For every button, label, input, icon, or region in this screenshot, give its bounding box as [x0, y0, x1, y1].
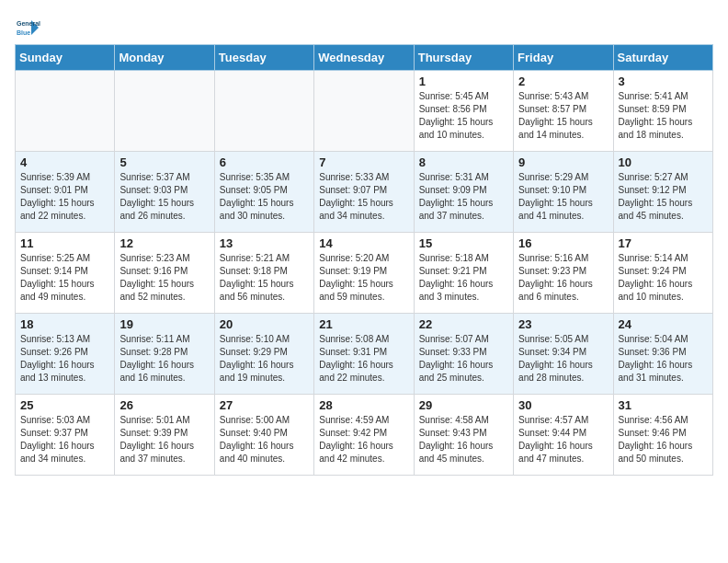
weekday-header: Tuesday: [214, 45, 313, 71]
day-info: Sunrise: 4:58 AM Sunset: 9:43 PM Dayligh…: [419, 414, 508, 465]
day-info: Sunrise: 5:08 AM Sunset: 9:31 PM Dayligh…: [319, 333, 408, 385]
day-number: 18: [20, 317, 109, 331]
day-number: 25: [20, 398, 109, 412]
weekday-header: Monday: [115, 45, 214, 71]
logo-icon: General Blue: [15, 15, 40, 40]
calendar-cell: [314, 71, 414, 152]
day-number: 9: [518, 155, 608, 169]
calendar-week-row: 25Sunrise: 5:03 AM Sunset: 9:37 PM Dayli…: [16, 395, 713, 476]
calendar-cell: 4Sunrise: 5:39 AM Sunset: 9:01 PM Daylig…: [16, 152, 115, 233]
day-number: 21: [319, 317, 408, 331]
calendar-cell: 7Sunrise: 5:33 AM Sunset: 9:07 PM Daylig…: [314, 152, 414, 233]
day-info: Sunrise: 5:03 AM Sunset: 9:37 PM Dayligh…: [20, 414, 109, 465]
svg-text:Blue: Blue: [17, 29, 30, 36]
weekday-header: Sunday: [16, 45, 115, 71]
weekday-header: Wednesday: [314, 45, 414, 71]
day-number: 28: [319, 398, 408, 412]
day-info: Sunrise: 5:33 AM Sunset: 9:07 PM Dayligh…: [319, 171, 408, 223]
day-number: 22: [419, 317, 508, 331]
calendar-cell: 23Sunrise: 5:05 AM Sunset: 9:34 PM Dayli…: [514, 314, 613, 395]
calendar-cell: 5Sunrise: 5:37 AM Sunset: 9:03 PM Daylig…: [115, 152, 214, 233]
page-header: General Blue: [15, 15, 713, 40]
calendar-cell: 14Sunrise: 5:20 AM Sunset: 9:19 PM Dayli…: [314, 233, 414, 314]
calendar-cell: 21Sunrise: 5:08 AM Sunset: 9:31 PM Dayli…: [314, 314, 414, 395]
day-number: 16: [518, 236, 608, 250]
day-number: 30: [518, 398, 608, 412]
day-info: Sunrise: 5:43 AM Sunset: 8:57 PM Dayligh…: [518, 90, 608, 142]
calendar-week-row: 11Sunrise: 5:25 AM Sunset: 9:14 PM Dayli…: [16, 233, 713, 314]
calendar-cell: 1Sunrise: 5:45 AM Sunset: 8:56 PM Daylig…: [414, 71, 513, 152]
calendar-week-row: 4Sunrise: 5:39 AM Sunset: 9:01 PM Daylig…: [16, 152, 713, 233]
day-info: Sunrise: 5:20 AM Sunset: 9:19 PM Dayligh…: [319, 252, 408, 304]
calendar-week-row: 18Sunrise: 5:13 AM Sunset: 9:26 PM Dayli…: [16, 314, 713, 395]
calendar-cell: 16Sunrise: 5:16 AM Sunset: 9:23 PM Dayli…: [514, 233, 613, 314]
logo: General Blue: [15, 15, 40, 40]
day-number: 24: [619, 317, 708, 331]
day-number: 8: [419, 155, 508, 169]
day-number: 5: [119, 155, 209, 169]
calendar-cell: 26Sunrise: 5:01 AM Sunset: 9:39 PM Dayli…: [115, 395, 214, 476]
calendar-cell: 19Sunrise: 5:11 AM Sunset: 9:28 PM Dayli…: [115, 314, 214, 395]
day-info: Sunrise: 5:00 AM Sunset: 9:40 PM Dayligh…: [220, 414, 309, 465]
calendar-cell: 27Sunrise: 5:00 AM Sunset: 9:40 PM Dayli…: [214, 395, 313, 476]
day-number: 31: [619, 398, 708, 412]
day-info: Sunrise: 5:23 AM Sunset: 9:16 PM Dayligh…: [119, 252, 209, 304]
calendar-cell: 13Sunrise: 5:21 AM Sunset: 9:18 PM Dayli…: [214, 233, 313, 314]
day-number: 11: [20, 236, 109, 250]
calendar-cell: 31Sunrise: 4:56 AM Sunset: 9:46 PM Dayli…: [613, 395, 712, 476]
calendar-cell: 10Sunrise: 5:27 AM Sunset: 9:12 PM Dayli…: [613, 152, 712, 233]
calendar-cell: 2Sunrise: 5:43 AM Sunset: 8:57 PM Daylig…: [514, 71, 613, 152]
calendar-cell: 17Sunrise: 5:14 AM Sunset: 9:24 PM Dayli…: [613, 233, 712, 314]
calendar-cell: 30Sunrise: 4:57 AM Sunset: 9:44 PM Dayli…: [514, 395, 613, 476]
calendar-cell: 6Sunrise: 5:35 AM Sunset: 9:05 PM Daylig…: [214, 152, 313, 233]
day-number: 14: [319, 236, 408, 250]
day-info: Sunrise: 5:10 AM Sunset: 9:29 PM Dayligh…: [220, 333, 309, 385]
day-info: Sunrise: 5:25 AM Sunset: 9:14 PM Dayligh…: [20, 252, 109, 304]
day-number: 7: [319, 155, 408, 169]
day-info: Sunrise: 5:27 AM Sunset: 9:12 PM Dayligh…: [619, 171, 708, 223]
day-number: 4: [20, 155, 109, 169]
day-info: Sunrise: 4:59 AM Sunset: 9:42 PM Dayligh…: [319, 414, 408, 465]
weekday-header: Thursday: [414, 45, 513, 71]
calendar-cell: 8Sunrise: 5:31 AM Sunset: 9:09 PM Daylig…: [414, 152, 513, 233]
calendar-cell: [214, 71, 313, 152]
weekday-header: Saturday: [613, 45, 712, 71]
day-info: Sunrise: 5:29 AM Sunset: 9:10 PM Dayligh…: [518, 171, 608, 223]
calendar-cell: 25Sunrise: 5:03 AM Sunset: 9:37 PM Dayli…: [16, 395, 115, 476]
day-info: Sunrise: 5:11 AM Sunset: 9:28 PM Dayligh…: [119, 333, 209, 385]
day-info: Sunrise: 5:39 AM Sunset: 9:01 PM Dayligh…: [20, 171, 109, 223]
day-info: Sunrise: 5:05 AM Sunset: 9:34 PM Dayligh…: [518, 333, 608, 385]
calendar-cell: 15Sunrise: 5:18 AM Sunset: 9:21 PM Dayli…: [414, 233, 513, 314]
day-number: 19: [119, 317, 209, 331]
calendar-cell: 9Sunrise: 5:29 AM Sunset: 9:10 PM Daylig…: [514, 152, 613, 233]
day-info: Sunrise: 5:16 AM Sunset: 9:23 PM Dayligh…: [518, 252, 608, 304]
day-number: 17: [619, 236, 708, 250]
calendar-header-row: SundayMondayTuesdayWednesdayThursdayFrid…: [16, 45, 713, 71]
day-info: Sunrise: 5:13 AM Sunset: 9:26 PM Dayligh…: [20, 333, 109, 385]
day-info: Sunrise: 5:37 AM Sunset: 9:03 PM Dayligh…: [119, 171, 209, 223]
calendar-week-row: 1Sunrise: 5:45 AM Sunset: 8:56 PM Daylig…: [16, 71, 713, 152]
day-info: Sunrise: 5:45 AM Sunset: 8:56 PM Dayligh…: [419, 90, 508, 142]
day-info: Sunrise: 5:07 AM Sunset: 9:33 PM Dayligh…: [419, 333, 508, 385]
calendar-cell: 28Sunrise: 4:59 AM Sunset: 9:42 PM Dayli…: [314, 395, 414, 476]
day-info: Sunrise: 4:57 AM Sunset: 9:44 PM Dayligh…: [518, 414, 608, 465]
day-number: 3: [619, 75, 708, 88]
day-info: Sunrise: 5:14 AM Sunset: 9:24 PM Dayligh…: [619, 252, 708, 304]
calendar-cell: 11Sunrise: 5:25 AM Sunset: 9:14 PM Dayli…: [16, 233, 115, 314]
day-number: 23: [518, 317, 608, 331]
calendar-cell: 24Sunrise: 5:04 AM Sunset: 9:36 PM Dayli…: [613, 314, 712, 395]
day-info: Sunrise: 5:21 AM Sunset: 9:18 PM Dayligh…: [220, 252, 309, 304]
day-number: 26: [119, 398, 209, 412]
calendar-cell: 29Sunrise: 4:58 AM Sunset: 9:43 PM Dayli…: [414, 395, 513, 476]
day-info: Sunrise: 5:04 AM Sunset: 9:36 PM Dayligh…: [619, 333, 708, 385]
day-number: 10: [619, 155, 708, 169]
day-info: Sunrise: 4:56 AM Sunset: 9:46 PM Dayligh…: [619, 414, 708, 465]
day-info: Sunrise: 5:18 AM Sunset: 9:21 PM Dayligh…: [419, 252, 508, 304]
weekday-header: Friday: [514, 45, 613, 71]
day-number: 29: [419, 398, 508, 412]
day-number: 27: [220, 398, 309, 412]
day-number: 6: [220, 155, 309, 169]
calendar-cell: [115, 71, 214, 152]
svg-text:General: General: [17, 20, 40, 27]
day-number: 2: [518, 75, 608, 88]
